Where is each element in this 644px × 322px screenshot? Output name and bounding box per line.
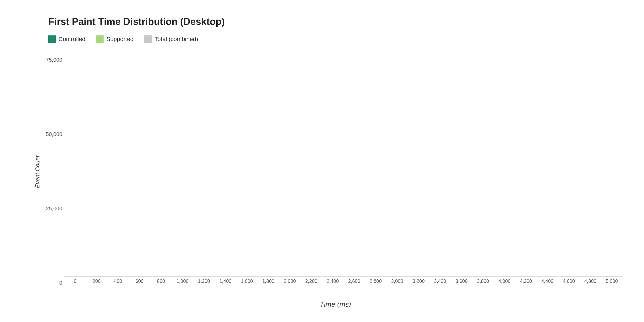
x-tick-label: 1,400 (215, 276, 236, 284)
y-tick-label: 0 (59, 280, 62, 286)
x-tick-label: 4,200 (515, 276, 537, 284)
total-label: Total (combined) (155, 36, 198, 43)
x-tick-label: 3,800 (472, 276, 494, 284)
x-tick-label: 800 (150, 276, 172, 284)
chart-inner: 75,00050,00025,0000 02004006008001,0001,… (48, 54, 623, 290)
x-tick-label: 200 (86, 276, 107, 284)
supported-label: Supported (106, 36, 134, 43)
x-axis: 02004006008001,0001,2001,4001,6001,8002,… (64, 276, 623, 290)
x-tick-label: 2,400 (322, 276, 343, 284)
x-tick-label: 1,600 (236, 276, 258, 284)
y-tick-label: 50,000 (46, 131, 62, 137)
chart-area: Event Count 75,00050,00025,0000 02004006… (32, 54, 623, 290)
x-tick-label: 1,000 (172, 276, 193, 284)
x-tick-label: 1,800 (258, 276, 279, 284)
x-tick-label: 3,000 (386, 276, 408, 284)
x-tick-label: 2,000 (279, 276, 301, 284)
x-tick-label: 2,800 (365, 276, 386, 284)
legend: Controlled Supported Total (combined) (48, 35, 623, 43)
x-axis-label: Time (ms) (48, 300, 623, 309)
y-tick-label: 75,000 (46, 57, 62, 63)
x-tick-label: 3,600 (451, 276, 472, 284)
x-tick-label: 3,200 (408, 276, 429, 284)
x-tick-label: 3,400 (429, 276, 451, 284)
x-tick-label: 1,200 (193, 276, 215, 284)
x-tick-label: 4,400 (537, 276, 558, 284)
x-tick-label: 600 (129, 276, 150, 284)
legend-item-total: Total (combined) (144, 35, 198, 43)
total-swatch (144, 35, 152, 43)
controlled-label: Controlled (58, 36, 85, 43)
legend-item-supported: Supported (96, 35, 134, 43)
y-tick-label: 25,000 (46, 205, 62, 211)
chart-container: First Paint Time Distribution (Desktop) … (0, 0, 644, 322)
x-tick-label: 2,600 (343, 276, 365, 284)
x-tick-label: 0 (64, 276, 86, 284)
legend-item-controlled: Controlled (48, 35, 85, 43)
controlled-swatch (48, 35, 56, 43)
x-tick-label: 4,800 (580, 276, 601, 284)
x-tick-label: 2,200 (301, 276, 322, 284)
chart-title: First Paint Time Distribution (Desktop) (48, 16, 623, 27)
supported-swatch (96, 35, 104, 43)
bars-area (64, 54, 623, 276)
x-tick-label: 400 (107, 276, 129, 284)
y-axis-label: Event Count (32, 54, 43, 290)
x-tick-label: 4,000 (494, 276, 515, 284)
x-tick-label: 4,600 (558, 276, 580, 284)
x-tick-label: 5,000 (601, 276, 623, 284)
